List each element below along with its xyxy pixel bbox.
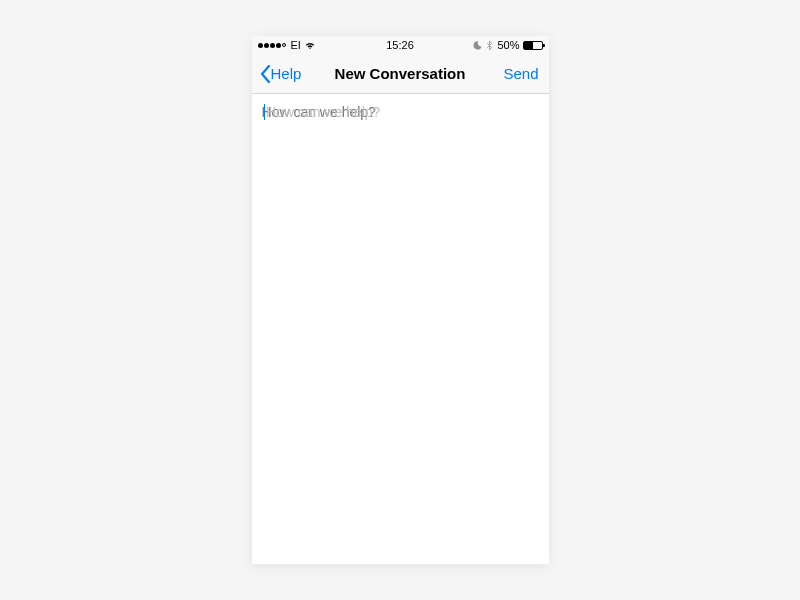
compose-area: How can we help?: [252, 94, 549, 564]
carrier-label: EI: [291, 39, 301, 51]
chevron-left-icon: [260, 65, 271, 83]
back-button[interactable]: Help: [260, 65, 302, 83]
battery-percentage: 50%: [497, 39, 519, 51]
status-right: 50%: [473, 39, 542, 51]
message-input[interactable]: [262, 104, 539, 136]
nav-bar: Help New Conversation Send: [252, 54, 549, 94]
nav-title: New Conversation: [335, 65, 466, 82]
wifi-icon: [304, 40, 316, 50]
status-time: 15:26: [386, 39, 414, 51]
status-left: EI: [258, 39, 316, 51]
do-not-disturb-icon: [473, 41, 482, 50]
send-button[interactable]: Send: [503, 65, 540, 82]
signal-strength-icon: [258, 43, 286, 48]
battery-icon: [523, 41, 543, 50]
bluetooth-icon: [485, 41, 494, 50]
phone-screen: EI 15:26 50% Help New Conversa: [252, 36, 549, 564]
back-label: Help: [271, 65, 302, 82]
status-bar: EI 15:26 50%: [252, 36, 549, 54]
